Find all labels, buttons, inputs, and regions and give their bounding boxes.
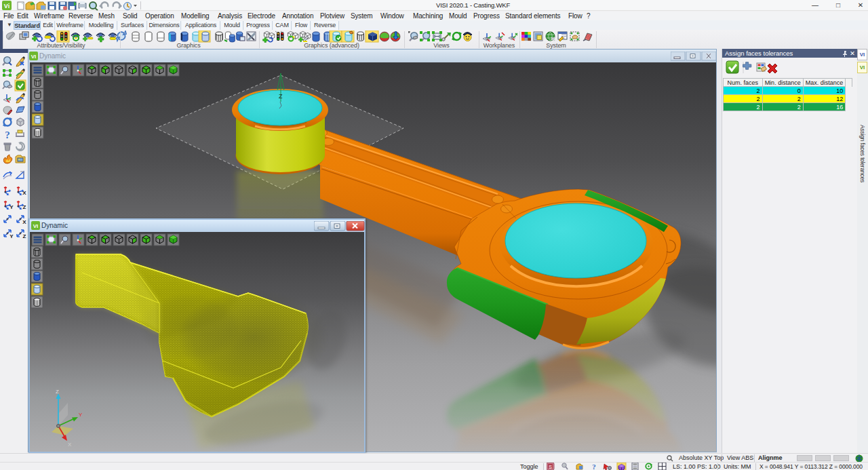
svg-text:X: X <box>22 190 26 196</box>
svg-text:Z: Z <box>279 93 283 100</box>
svg-text:Y: Y <box>79 412 83 418</box>
svg-text:S: S <box>549 465 552 469</box>
svg-text:?: ? <box>5 130 10 140</box>
svg-text:VI: VI <box>33 223 39 229</box>
svg-text:Y: Y <box>9 204 14 210</box>
svg-text:Y: Y <box>9 233 14 239</box>
svg-text:Z: Z <box>23 204 26 210</box>
svg-text:?: ? <box>592 463 596 470</box>
svg-text:X: X <box>68 442 72 448</box>
svg-text:Z: Z <box>23 233 26 239</box>
svg-text:VI: VI <box>31 54 37 60</box>
svg-text:X: X <box>22 219 26 225</box>
svg-text:Z: Z <box>56 389 59 395</box>
svg-text:Vi: Vi <box>4 3 9 9</box>
